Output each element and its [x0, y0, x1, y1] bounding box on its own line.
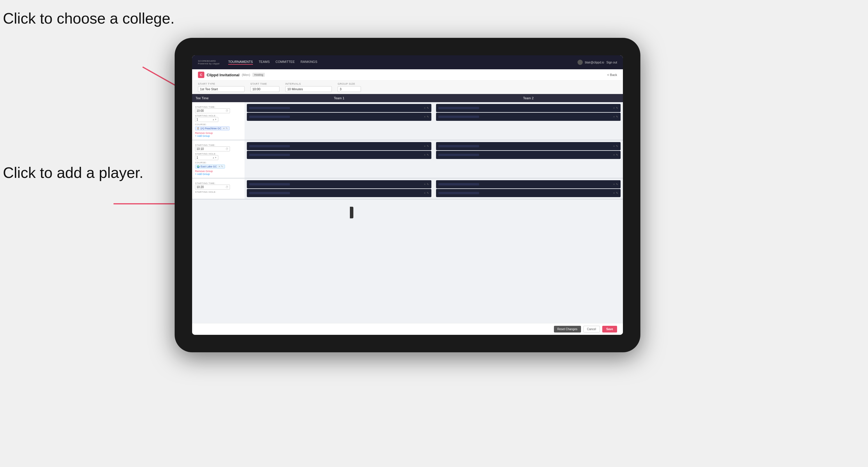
back-button[interactable]: < Back — [607, 73, 617, 76]
brand-icon: C — [198, 72, 204, 78]
remove-group-2[interactable]: Remove Group — [195, 170, 242, 173]
team1-player-2-1[interactable]: ×✎ — [247, 142, 431, 150]
starting-time-value-2[interactable]: 10:10 ⏱ — [195, 147, 230, 151]
starting-hole-label-1: STARTING HOLE: — [195, 115, 242, 117]
remove-group-1[interactable]: Remove Group — [195, 132, 242, 134]
tee-table: Tee Time Team 1 Team 2 STARTING TIME: 10… — [192, 94, 623, 323]
starting-time-label-3: STARTING TIME: — [195, 182, 242, 185]
nav-link-committee[interactable]: COMMITTEE — [276, 60, 295, 65]
team2-col-2: ×✎ ×✎ — [434, 140, 623, 178]
col-header-tee-time: Tee Time — [192, 94, 245, 102]
group-block-3: STARTING TIME: 10:20 ⏱ STARTING HOLE: ×✎ — [192, 179, 623, 199]
group-row-1: STARTING TIME: 10:00 ⏱ STARTING HOLE: 1 … — [192, 102, 623, 140]
nav-logo: SCOREBOARD Powered by clippd — [198, 60, 219, 65]
course-tag-2[interactable]: 🌍 East Lake GC × ✎ — [195, 164, 242, 168]
starting-time-label-2: STARTING TIME: — [195, 144, 242, 147]
team2-col-1: ×✎ ×✎ — [434, 102, 623, 140]
group-2-left: STARTING TIME: 10:10 ⏱ STARTING HOLE: 1 … — [192, 140, 245, 178]
group-1-left: STARTING TIME: 10:00 ⏱ STARTING HOLE: 1 … — [192, 102, 245, 140]
col-header-team1: Team 1 — [245, 94, 434, 102]
group-row-2: STARTING TIME: 10:10 ⏱ STARTING HOLE: 1 … — [192, 140, 623, 178]
tablet-side-button — [350, 207, 353, 218]
start-time-group: Start Time — [250, 83, 279, 92]
start-type-group: Start Type 1st Tee Start — [198, 83, 245, 92]
controls-row: Start Type 1st Tee Start Start Time Inte… — [192, 81, 623, 94]
team2-player-3-2[interactable]: ×✎ — [436, 189, 621, 197]
nav-logo-sub: Powered by clippd — [198, 62, 219, 65]
nav-logo-text: SCOREBOARD — [198, 60, 219, 62]
add-group-1[interactable]: + Add Group — [195, 134, 242, 137]
intervals-group: Intervals 10 Minutes — [285, 83, 332, 92]
nav-link-rankings[interactable]: RANKINGS — [301, 60, 317, 65]
team2-player-1-1[interactable]: ×✎ — [436, 104, 621, 112]
tablet-frame: SCOREBOARD Powered by clippd TOURNAMENTS… — [175, 38, 640, 352]
team2-player-2-1[interactable]: ×✎ — [436, 142, 621, 150]
starting-hole-label-3: STARTING HOLE: — [195, 191, 242, 193]
starting-time-value-3[interactable]: 10:20 ⏱ — [195, 185, 230, 190]
team2-player-1-2[interactable]: ×✎ — [436, 113, 621, 121]
nav-bar: SCOREBOARD Powered by clippd TOURNAMENTS… — [192, 55, 623, 69]
nav-link-tournaments[interactable]: TOURNAMENTS — [228, 60, 253, 65]
course-label-1: COURSE: — [195, 123, 242, 126]
team2-player-3-1[interactable]: ×✎ — [436, 180, 621, 188]
starting-hole-value-1[interactable]: 1 ▲▼ — [195, 117, 218, 122]
course-tag-1[interactable]: 🏌 (A) Peachtree GC × ✎ — [195, 126, 242, 130]
team1-player-3-2[interactable]: ×✎ — [247, 189, 431, 197]
user-avatar — [578, 60, 583, 65]
user-email: blair@clippd.io — [585, 61, 604, 64]
start-time-input[interactable] — [250, 86, 279, 92]
tournament-title: Clippd Invitational — [207, 73, 240, 77]
tablet-screen: SCOREBOARD Powered by clippd TOURNAMENTS… — [192, 55, 623, 335]
team1-player-3-1[interactable]: ×✎ — [247, 180, 431, 188]
table-header-row: Tee Time Team 1 Team 2 — [192, 94, 623, 102]
group-block-2: STARTING TIME: 10:10 ⏱ STARTING HOLE: 1 … — [192, 140, 623, 179]
course-label-2: COURSE: — [195, 161, 242, 164]
save-button[interactable]: Save — [602, 326, 617, 333]
bottom-bar: Reset Changes Cancel Save — [192, 323, 623, 335]
sub-header: C Clippd Invitational (Men) Hosting < Ba… — [192, 69, 623, 81]
group-3-left: STARTING TIME: 10:20 ⏱ STARTING HOLE: — [192, 179, 245, 199]
intervals-select[interactable]: 10 Minutes — [285, 86, 332, 92]
annotation-add-player: Click to add a player. — [3, 163, 144, 183]
team1-player-1-1[interactable]: ×✎ — [247, 104, 431, 112]
sign-out-link[interactable]: Sign out — [606, 61, 617, 64]
group-size-select[interactable]: 3 — [338, 86, 361, 92]
nav-links: TOURNAMENTS TEAMS COMMITTEE RANKINGS — [228, 60, 578, 65]
team1-col-2: ×✎ ×✎ — [245, 140, 434, 178]
cancel-button[interactable]: Cancel — [583, 326, 600, 333]
team1-player-2-2[interactable]: ×✎ — [247, 151, 431, 159]
team2-col-3: ×✎ ×✎ — [434, 179, 623, 199]
col-header-team2: Team 2 — [434, 94, 623, 102]
team1-col-3: ×✎ ×✎ — [245, 179, 434, 199]
annotation-choose-college: Click to choose a college. — [3, 9, 175, 29]
team1-col-1: ×✎ ×✎ — [245, 102, 434, 140]
team1-player-1-2[interactable]: ×✎ — [247, 113, 431, 121]
tournament-subtitle: (Men) — [242, 73, 250, 76]
intervals-label: Intervals — [285, 83, 332, 85]
group-row-3: STARTING TIME: 10:20 ⏱ STARTING HOLE: ×✎ — [192, 179, 623, 199]
hosting-badge: Hosting — [252, 73, 265, 77]
start-type-label: Start Type — [198, 83, 245, 85]
sub-header-left: C Clippd Invitational (Men) Hosting — [198, 72, 265, 78]
starting-hole-label-2: STARTING HOLE: — [195, 153, 242, 155]
team2-player-2-2[interactable]: ×✎ — [436, 151, 621, 159]
starting-hole-value-2[interactable]: 1 ▲▼ — [195, 155, 218, 160]
start-type-select[interactable]: 1st Tee Start — [198, 86, 245, 92]
group-block-1: STARTING TIME: 10:00 ⏱ STARTING HOLE: 1 … — [192, 102, 623, 140]
group-size-label: Group Size — [338, 83, 361, 85]
nav-user: blair@clippd.io Sign out — [578, 60, 617, 65]
reset-changes-button[interactable]: Reset Changes — [554, 326, 581, 333]
starting-time-value-1[interactable]: 10:00 ⏱ — [195, 108, 230, 113]
starting-time-label-1: STARTING TIME: — [195, 106, 242, 108]
start-time-label: Start Time — [250, 83, 279, 85]
group-size-group: Group Size 3 — [338, 83, 361, 92]
nav-link-teams[interactable]: TEAMS — [259, 60, 270, 65]
add-group-2[interactable]: + Add Group — [195, 173, 242, 176]
